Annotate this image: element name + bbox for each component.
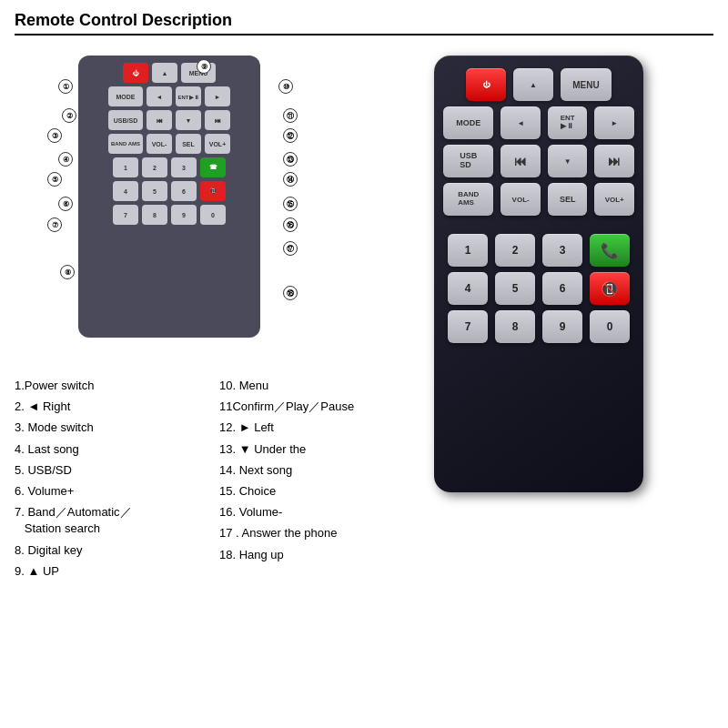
r-row-4: BANDAMS VOL- SEL VOL+ <box>443 183 634 216</box>
page-title: Remote Control Description <box>15 11 713 35</box>
r-answer[interactable]: 📞 <box>590 234 630 267</box>
callout-6: ⑥ <box>58 197 73 211</box>
diag-left[interactable]: ◄ <box>147 86 172 106</box>
callout-16: ⑯ <box>283 217 298 232</box>
r-menu[interactable]: MENU <box>561 68 612 101</box>
r-row-2: MODE ◄ ENT▶⏸ ► <box>443 106 634 139</box>
desc-12: 12. ► Left <box>219 420 406 436</box>
r-num-2[interactable]: 2 <box>495 234 535 267</box>
left-panel: ⏻ ▲ MENU MODE ◄ ENT▶⏸ ► USB/SD ⏮ <box>15 46 406 717</box>
descriptions: 1.Power switch 2. ◄ Right 3. Mode switch… <box>15 378 406 584</box>
desc-1: 1.Power switch <box>15 378 201 394</box>
r-next[interactable]: ⏭ <box>594 145 634 177</box>
desc-2: 2. ◄ Right <box>15 399 201 415</box>
r-usb-sd[interactable]: USBSD <box>443 145 493 177</box>
desc-16: 16. Volume- <box>219 504 406 521</box>
diag-row-4: BAND AMS VOL- SEL VOL+ <box>86 134 253 154</box>
diag-6[interactable]: 6 <box>171 181 197 201</box>
r-row-3: USBSD ⏮ ▼ ⏭ <box>443 145 634 177</box>
desc-18: 18. Hang up <box>219 547 406 563</box>
desc-17: 17 . Answer the phone <box>219 525 406 541</box>
callout-4: ④ <box>58 152 73 167</box>
callout-10: ⑩ <box>278 79 293 94</box>
main-container: Remote Control Description ⏻ ▲ MENU MODE <box>0 0 728 728</box>
desc-5: 5. USB/SD <box>15 462 201 479</box>
r-ent[interactable]: ENT▶⏸ <box>548 106 588 139</box>
diag-prev[interactable]: ⏮ <box>147 110 172 130</box>
diag-row-3: USB/SD ⏮ ▼ ⏭ <box>86 110 253 130</box>
diag-row-5: 1 2 3 ☎ <box>86 157 253 177</box>
remote-diagram: ⏻ ▲ MENU MODE ◄ ENT▶⏸ ► USB/SD ⏮ <box>78 56 260 338</box>
diag-1[interactable]: 1 <box>113 157 138 177</box>
diag-4[interactable]: 4 <box>113 181 138 201</box>
desc-13: 13. ▼ Under the <box>219 441 406 458</box>
diag-power[interactable]: ⏻ <box>123 63 148 83</box>
callout-11: ⑪ <box>283 108 298 123</box>
r-gap <box>443 221 634 228</box>
callout-2: ② <box>62 108 76 123</box>
callout-9: ⑨ <box>197 59 211 74</box>
callout-5: ⑤ <box>47 172 62 187</box>
r-mode[interactable]: MODE <box>443 106 493 139</box>
diag-mode[interactable]: MODE <box>108 86 143 106</box>
diag-volp[interactable]: VOL+ <box>205 134 230 154</box>
right-panel: ⏻ ▲ MENU MODE ◄ ENT▶⏸ ► USBSD ⏮ ▼ ⏭ <box>420 46 657 717</box>
r-hangup[interactable]: 📵 <box>590 272 630 305</box>
desc-col-left: 1.Power switch 2. ◄ Right 3. Mode switch… <box>15 378 201 584</box>
r-num-7[interactable]: 7 <box>448 310 488 343</box>
diag-down[interactable]: ▼ <box>176 110 201 130</box>
r-row-1: ⏻ ▲ MENU <box>443 68 634 101</box>
r-up[interactable]: ▲ <box>513 68 553 101</box>
diag-hangup[interactable]: 📵 <box>200 181 226 201</box>
diag-row-6: 4 5 6 📵 <box>86 181 253 201</box>
r-down[interactable]: ▼ <box>548 145 588 177</box>
r-power[interactable]: ⏻ <box>466 68 506 101</box>
callout-3: ③ <box>47 128 62 143</box>
r-num-4[interactable]: 4 <box>448 272 488 305</box>
diag-volm[interactable]: VOL- <box>147 134 172 154</box>
r-num-5[interactable]: 5 <box>495 272 535 305</box>
desc-col-right: 10. Menu 11Confirm／Play／Pause 12. ► Left… <box>219 378 406 584</box>
diag-2[interactable]: 2 <box>142 157 167 177</box>
callout-18: ⑱ <box>283 286 298 300</box>
diag-up[interactable]: ▲ <box>152 63 177 83</box>
r-num-1[interactable]: 1 <box>448 234 488 267</box>
diag-answer[interactable]: ☎ <box>200 157 226 177</box>
callout-15: ⑮ <box>283 197 298 211</box>
r-num-3[interactable]: 3 <box>542 234 582 267</box>
diag-7[interactable]: 7 <box>113 205 138 225</box>
diag-ent[interactable]: ENT▶⏸ <box>176 86 201 106</box>
diag-nxt[interactable]: ⏭ <box>205 110 230 130</box>
diag-0[interactable]: 0 <box>200 205 226 225</box>
diagram-area: ⏻ ▲ MENU MODE ◄ ENT▶⏸ ► USB/SD ⏮ <box>15 46 406 374</box>
desc-10: 10. Menu <box>219 378 406 394</box>
r-num-0[interactable]: 0 <box>590 310 630 343</box>
r-num-9[interactable]: 9 <box>542 310 582 343</box>
callout-17: ⑰ <box>283 241 298 256</box>
r-right-arrow[interactable]: ► <box>594 106 634 139</box>
desc-3: 3. Mode switch <box>15 420 201 436</box>
r-num-8[interactable]: 8 <box>495 310 535 343</box>
r-sel[interactable]: SEL <box>548 183 588 216</box>
diag-8[interactable]: 8 <box>142 205 167 225</box>
r-num-6[interactable]: 6 <box>542 272 582 305</box>
diag-row-1: ⏻ ▲ MENU <box>86 63 253 83</box>
diag-3[interactable]: 3 <box>171 157 197 177</box>
desc-6: 6. Volume+ <box>15 483 201 500</box>
desc-8: 8. Digital key <box>15 542 201 559</box>
diag-band[interactable]: BAND AMS <box>108 134 143 154</box>
desc-4: 4. Last song <box>15 441 201 458</box>
r-vol-minus[interactable]: VOL- <box>500 183 541 216</box>
diag-9[interactable]: 9 <box>171 205 197 225</box>
remote-3d: ⏻ ▲ MENU MODE ◄ ENT▶⏸ ► USBSD ⏮ ▼ ⏭ <box>434 56 643 492</box>
r-vol-plus[interactable]: VOL+ <box>594 183 634 216</box>
diag-5[interactable]: 5 <box>142 181 167 201</box>
r-left-arrow[interactable]: ◄ <box>500 106 541 139</box>
diag-right[interactable]: ► <box>205 86 230 106</box>
desc-14: 14. Next song <box>219 462 406 479</box>
r-prev[interactable]: ⏮ <box>500 145 541 177</box>
r-band-ams[interactable]: BANDAMS <box>443 183 493 216</box>
r-row-6: 4 5 6 📵 <box>443 272 634 305</box>
diag-usb[interactable]: USB/SD <box>108 110 143 130</box>
diag-sel[interactable]: SEL <box>176 134 201 154</box>
